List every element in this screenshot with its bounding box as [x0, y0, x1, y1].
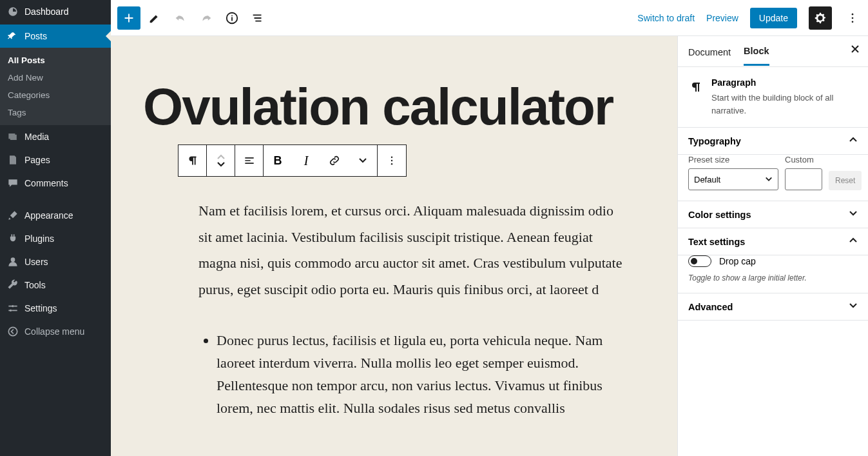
kebab-icon [846, 12, 859, 25]
custom-size-input[interactable] [785, 168, 822, 190]
admin-sidebar: Dashboard Posts All Posts Add New Catego… [0, 0, 111, 456]
block-toolbar: B I [178, 144, 407, 177]
panel-tabs: Document Block [678, 36, 868, 67]
chevron-down-icon [217, 161, 226, 167]
drop-cap-toggle[interactable] [688, 255, 711, 267]
sidebar-item-tools[interactable]: Tools [0, 273, 111, 297]
sidebar-item-dashboard[interactable]: Dashboard [0, 0, 111, 25]
paragraph-block-body[interactable]: Nam et facilisis lorem, et cursus orci. … [198, 198, 624, 303]
sidebar-label-dashboard: Dashboard [24, 6, 69, 17]
sidebar-label-users: Users [24, 257, 48, 267]
panel-close-button[interactable] [850, 44, 860, 57]
close-icon [850, 44, 860, 54]
sidebar-item-settings[interactable]: Settings [0, 297, 111, 320]
sidebar-label-media: Media [24, 132, 49, 142]
sidebar-item-plugins[interactable]: Plugins [0, 227, 111, 250]
chevron-down-icon [765, 175, 773, 183]
bold-button[interactable]: B [264, 145, 292, 176]
list-block[interactable]: Donec purus lectus, facilisis et ligula … [198, 329, 624, 420]
custom-size-label: Custom [785, 155, 822, 164]
editor-canvas[interactable]: Ovulation calculator [clearblue-ovulatio… [111, 36, 677, 456]
link-icon [328, 154, 341, 167]
svg-point-9 [391, 163, 392, 164]
svg-point-5 [852, 17, 854, 19]
color-settings-section[interactable]: Color settings [678, 201, 868, 228]
sidebar-sub-add-new[interactable]: Add New [0, 69, 111, 86]
tab-block[interactable]: Block [744, 37, 769, 66]
preset-size-label: Preset size [688, 155, 778, 164]
update-button[interactable]: Update [750, 8, 797, 28]
switch-to-draft-button[interactable]: Switch to draft [637, 13, 695, 23]
svg-point-7 [391, 157, 392, 158]
sidebar-item-pages[interactable]: Pages [0, 148, 111, 172]
text-settings-header[interactable]: Text settings [678, 228, 868, 255]
tab-document[interactable]: Document [688, 38, 731, 65]
svg-point-8 [391, 160, 392, 161]
typography-section-header[interactable]: Typography [678, 128, 868, 155]
advanced-title: Advanced [688, 302, 733, 312]
sidebar-label-tools: Tools [24, 280, 46, 290]
preset-size-select[interactable]: Default [688, 168, 778, 190]
sidebar-label-pages: Pages [24, 155, 50, 165]
sidebar-sub-categories[interactable]: Categories [0, 86, 111, 104]
reset-button[interactable]: Reset [829, 171, 862, 190]
settings-panel: Document Block Paragraph Start with the … [677, 36, 868, 456]
dashboard-icon [6, 5, 19, 18]
chevron-down-icon [358, 156, 367, 165]
sidebar-submenu-posts: All Posts Add New Categories Tags [0, 48, 111, 125]
edit-mode-button[interactable] [143, 6, 166, 30]
sidebar-item-users[interactable]: Users [0, 250, 111, 273]
svg-point-4 [852, 13, 854, 15]
sidebar-item-comments[interactable]: Comments [0, 172, 111, 195]
more-options-button[interactable] [844, 6, 862, 30]
preview-button[interactable]: Preview [706, 13, 738, 23]
align-button[interactable] [235, 145, 264, 176]
paragraph-icon [186, 154, 200, 168]
sidebar-label-posts: Posts [24, 31, 47, 41]
plug-icon [6, 232, 19, 245]
align-left-icon [243, 154, 256, 167]
users-icon [6, 255, 19, 268]
gear-icon [813, 11, 827, 25]
color-settings-title: Color settings [688, 210, 751, 220]
info-button[interactable] [220, 6, 244, 30]
collapse-icon [6, 325, 19, 338]
undo-button[interactable] [169, 6, 192, 30]
text-settings-title: Text settings [688, 237, 745, 247]
chevron-up-icon [217, 154, 226, 161]
svg-point-0 [12, 305, 14, 307]
sidebar-sub-tags[interactable]: Tags [0, 104, 111, 121]
link-button[interactable] [320, 145, 349, 176]
block-type-button[interactable] [178, 145, 207, 176]
sidebar-label-appearance: Appearance [24, 210, 73, 221]
settings-toggle-button[interactable] [809, 6, 832, 30]
pin-icon [6, 30, 19, 43]
sidebar-collapse-label: Collapse menu [24, 326, 84, 337]
brush-icon [6, 209, 19, 222]
redo-button[interactable] [195, 6, 218, 30]
sidebar-item-appearance[interactable]: Appearance [0, 204, 111, 227]
italic-button[interactable]: I [292, 145, 320, 176]
paragraph-icon [688, 79, 704, 95]
sidebar-label-comments: Comments [24, 178, 68, 188]
post-title[interactable]: Ovulation calculator [143, 81, 645, 133]
redo-icon [199, 11, 213, 25]
list-item[interactable]: Donec purus lectus, facilisis et ligula … [217, 329, 624, 420]
block-move-buttons[interactable] [207, 145, 235, 176]
add-block-button[interactable] [117, 6, 140, 30]
block-more-button[interactable] [378, 145, 406, 176]
sidebar-item-media[interactable]: Media [0, 125, 111, 148]
sidebar-label-plugins: Plugins [24, 233, 54, 244]
more-rich-text-button[interactable] [349, 145, 377, 176]
block-description: Start with the building block of all nar… [711, 92, 858, 117]
kebab-icon [386, 155, 398, 166]
chevron-down-icon [849, 209, 858, 220]
svg-point-2 [8, 327, 17, 335]
advanced-section[interactable]: Advanced [678, 293, 868, 321]
chevron-up-icon [849, 236, 858, 247]
sidebar-sub-all-posts[interactable]: All Posts [0, 52, 111, 69]
drop-cap-helper: Toggle to show a large initial letter. [688, 273, 858, 283]
outline-button[interactable] [246, 6, 269, 30]
sidebar-collapse-button[interactable]: Collapse menu [0, 320, 111, 343]
sidebar-item-posts[interactable]: Posts [0, 25, 111, 48]
